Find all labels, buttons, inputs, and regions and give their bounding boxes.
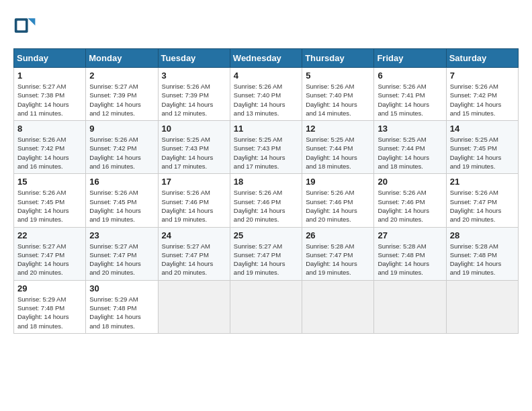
day-number: 24 — [162, 230, 226, 240]
day-number: 18 — [234, 177, 298, 187]
day-number: 8 — [17, 124, 82, 134]
calendar-week-row: 15Sunrise: 5:26 AMSunset: 7:45 PMDayligh… — [14, 174, 519, 227]
calendar-cell: 26Sunrise: 5:28 AMSunset: 7:47 PMDayligh… — [302, 227, 374, 280]
day-info: Sunrise: 5:26 AMSunset: 7:46 PMDaylight:… — [162, 188, 226, 224]
calendar-cell: 28Sunrise: 5:28 AMSunset: 7:48 PMDayligh… — [446, 227, 518, 280]
day-info: Sunrise: 5:27 AMSunset: 7:39 PMDaylight:… — [89, 82, 154, 118]
day-info: Sunrise: 5:26 AMSunset: 7:46 PMDaylight:… — [306, 188, 370, 224]
day-info: Sunrise: 5:26 AMSunset: 7:45 PMDaylight:… — [89, 188, 154, 224]
day-info: Sunrise: 5:26 AMSunset: 7:42 PMDaylight:… — [89, 135, 154, 171]
svg-marker-2 — [28, 18, 36, 26]
svg-rect-1 — [17, 21, 26, 30]
day-info: Sunrise: 5:28 AMSunset: 7:47 PMDaylight:… — [306, 242, 370, 277]
day-info: Sunrise: 5:25 AMSunset: 7:44 PMDaylight:… — [378, 135, 442, 171]
calendar-cell: 6Sunrise: 5:26 AMSunset: 7:41 PMDaylight… — [374, 68, 446, 121]
day-info: Sunrise: 5:26 AMSunset: 7:39 PMDaylight:… — [162, 82, 226, 118]
calendar-cell: 29Sunrise: 5:29 AMSunset: 7:48 PMDayligh… — [14, 280, 86, 333]
day-info: Sunrise: 5:28 AMSunset: 7:48 PMDaylight:… — [450, 242, 515, 277]
calendar-cell: 9Sunrise: 5:26 AMSunset: 7:42 PMDaylight… — [86, 121, 158, 174]
day-info: Sunrise: 5:27 AMSunset: 7:47 PMDaylight:… — [234, 242, 298, 277]
day-info: Sunrise: 5:26 AMSunset: 7:41 PMDaylight:… — [378, 82, 442, 118]
day-info: Sunrise: 5:27 AMSunset: 7:38 PMDaylight:… — [17, 82, 82, 118]
weekday-header: Monday — [86, 49, 158, 68]
weekday-header: Wednesday — [230, 49, 302, 68]
calendar-cell: 22Sunrise: 5:27 AMSunset: 7:47 PMDayligh… — [14, 227, 86, 280]
calendar-cell — [158, 280, 230, 333]
weekday-header: Saturday — [446, 49, 518, 68]
day-number: 23 — [89, 230, 154, 240]
day-number: 15 — [17, 177, 82, 187]
calendar-cell: 14Sunrise: 5:25 AMSunset: 7:45 PMDayligh… — [446, 121, 518, 174]
calendar-cell: 3Sunrise: 5:26 AMSunset: 7:39 PMDaylight… — [158, 68, 230, 121]
day-info: Sunrise: 5:26 AMSunset: 7:46 PMDaylight:… — [378, 188, 442, 224]
calendar-cell: 4Sunrise: 5:26 AMSunset: 7:40 PMDaylight… — [230, 68, 302, 121]
calendar-cell: 15Sunrise: 5:26 AMSunset: 7:45 PMDayligh… — [14, 174, 86, 227]
day-info: Sunrise: 5:27 AMSunset: 7:47 PMDaylight:… — [162, 242, 226, 277]
day-info: Sunrise: 5:27 AMSunset: 7:47 PMDaylight:… — [89, 242, 154, 277]
day-info: Sunrise: 5:25 AMSunset: 7:43 PMDaylight:… — [162, 135, 226, 171]
calendar-cell — [230, 280, 302, 333]
day-number: 9 — [89, 124, 154, 134]
day-number: 10 — [162, 124, 226, 134]
day-number: 28 — [450, 230, 515, 240]
page-header — [13, 13, 519, 38]
day-number: 12 — [306, 124, 370, 134]
calendar-cell: 25Sunrise: 5:27 AMSunset: 7:47 PMDayligh… — [230, 227, 302, 280]
day-info: Sunrise: 5:26 AMSunset: 7:42 PMDaylight:… — [17, 135, 82, 171]
calendar-cell: 18Sunrise: 5:26 AMSunset: 7:46 PMDayligh… — [230, 174, 302, 227]
day-info: Sunrise: 5:26 AMSunset: 7:46 PMDaylight:… — [234, 188, 298, 224]
day-number: 6 — [378, 71, 442, 81]
calendar-cell: 16Sunrise: 5:26 AMSunset: 7:45 PMDayligh… — [86, 174, 158, 227]
day-number: 4 — [234, 71, 298, 81]
calendar-cell: 8Sunrise: 5:26 AMSunset: 7:42 PMDaylight… — [14, 121, 86, 174]
day-number: 29 — [17, 283, 82, 293]
calendar-cell: 30Sunrise: 5:29 AMSunset: 7:48 PMDayligh… — [86, 280, 158, 333]
day-info: Sunrise: 5:26 AMSunset: 7:40 PMDaylight:… — [234, 82, 298, 118]
day-info: Sunrise: 5:29 AMSunset: 7:48 PMDaylight:… — [17, 295, 82, 330]
calendar-cell: 23Sunrise: 5:27 AMSunset: 7:47 PMDayligh… — [86, 227, 158, 280]
calendar-cell: 7Sunrise: 5:26 AMSunset: 7:42 PMDaylight… — [446, 68, 518, 121]
logo — [13, 13, 40, 38]
weekday-header: Friday — [374, 49, 446, 68]
day-number: 3 — [162, 71, 226, 81]
calendar-cell: 11Sunrise: 5:25 AMSunset: 7:43 PMDayligh… — [230, 121, 302, 174]
calendar-week-row: 22Sunrise: 5:27 AMSunset: 7:47 PMDayligh… — [14, 227, 519, 280]
calendar-cell: 12Sunrise: 5:25 AMSunset: 7:44 PMDayligh… — [302, 121, 374, 174]
logo-icon — [13, 13, 38, 38]
day-number: 27 — [378, 230, 442, 240]
day-number: 25 — [234, 230, 298, 240]
calendar-cell: 24Sunrise: 5:27 AMSunset: 7:47 PMDayligh… — [158, 227, 230, 280]
weekday-header: Thursday — [302, 49, 374, 68]
day-info: Sunrise: 5:28 AMSunset: 7:48 PMDaylight:… — [378, 242, 442, 277]
calendar-cell: 21Sunrise: 5:26 AMSunset: 7:47 PMDayligh… — [446, 174, 518, 227]
day-info: Sunrise: 5:25 AMSunset: 7:44 PMDaylight:… — [306, 135, 370, 171]
calendar-cell — [446, 280, 518, 333]
day-info: Sunrise: 5:29 AMSunset: 7:48 PMDaylight:… — [89, 295, 154, 330]
calendar-cell: 2Sunrise: 5:27 AMSunset: 7:39 PMDaylight… — [86, 68, 158, 121]
day-number: 16 — [89, 177, 154, 187]
day-number: 1 — [17, 71, 82, 81]
day-number: 21 — [450, 177, 515, 187]
calendar-cell: 5Sunrise: 5:26 AMSunset: 7:40 PMDaylight… — [302, 68, 374, 121]
day-info: Sunrise: 5:25 AMSunset: 7:43 PMDaylight:… — [234, 135, 298, 171]
day-info: Sunrise: 5:26 AMSunset: 7:40 PMDaylight:… — [306, 82, 370, 118]
day-number: 14 — [450, 124, 515, 134]
calendar-header-row: SundayMondayTuesdayWednesdayThursdayFrid… — [14, 49, 519, 68]
day-number: 20 — [378, 177, 442, 187]
calendar-table: SundayMondayTuesdayWednesdayThursdayFrid… — [13, 48, 519, 334]
day-info: Sunrise: 5:26 AMSunset: 7:45 PMDaylight:… — [17, 188, 82, 224]
calendar-cell: 13Sunrise: 5:25 AMSunset: 7:44 PMDayligh… — [374, 121, 446, 174]
weekday-header: Sunday — [14, 49, 86, 68]
calendar-week-row: 1Sunrise: 5:27 AMSunset: 7:38 PMDaylight… — [14, 68, 519, 121]
calendar-cell: 19Sunrise: 5:26 AMSunset: 7:46 PMDayligh… — [302, 174, 374, 227]
day-info: Sunrise: 5:27 AMSunset: 7:47 PMDaylight:… — [17, 242, 82, 277]
day-number: 30 — [89, 283, 154, 293]
calendar-cell: 1Sunrise: 5:27 AMSunset: 7:38 PMDaylight… — [14, 68, 86, 121]
calendar-cell: 20Sunrise: 5:26 AMSunset: 7:46 PMDayligh… — [374, 174, 446, 227]
day-number: 22 — [17, 230, 82, 240]
day-number: 13 — [378, 124, 442, 134]
calendar-cell — [374, 280, 446, 333]
day-info: Sunrise: 5:26 AMSunset: 7:42 PMDaylight:… — [450, 82, 515, 118]
calendar-cell: 10Sunrise: 5:25 AMSunset: 7:43 PMDayligh… — [158, 121, 230, 174]
day-number: 2 — [89, 71, 154, 81]
